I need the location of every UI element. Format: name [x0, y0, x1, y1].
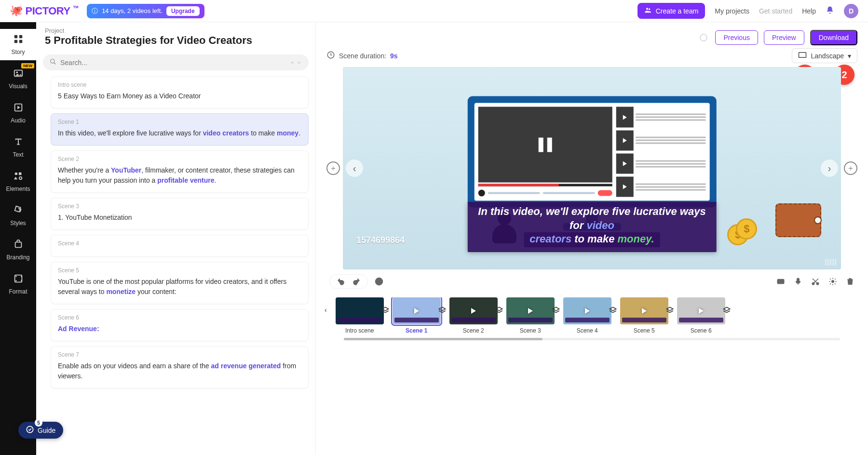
download-button[interactable]: Download: [810, 30, 857, 45]
my-projects-link[interactable]: My projects: [715, 7, 749, 15]
scene-label: Scene 5: [58, 267, 301, 274]
timeline-item: Scene 6: [677, 297, 725, 334]
rail-visuals[interactable]: NEW Visuals: [0, 63, 36, 94]
layers-icon[interactable]: [495, 306, 503, 315]
canvas-background: $ $ 1574699864 In this video, we'll expl…: [343, 67, 841, 269]
rail-elements-label: Elements: [6, 186, 30, 192]
aspect-dropdown[interactable]: Landscape ▾: [792, 48, 857, 63]
scene-text[interactable]: In this video, we'll explore five lucrat…: [58, 128, 301, 138]
scene-card[interactable]: Scene 4: [51, 235, 309, 257]
timeline-prev-button[interactable]: ‹: [325, 297, 327, 314]
guide-button[interactable]: 5 Guide: [18, 422, 63, 439]
video-canvas[interactable]: $ $ 1574699864 In this video, we'll expl…: [343, 67, 841, 269]
scene-text[interactable]: Enable ads on your videos and earn a sha…: [58, 361, 301, 381]
search-input[interactable]: [60, 59, 285, 67]
logo-icon: 🐙: [10, 4, 23, 17]
text-icon: [13, 136, 24, 148]
aspect-icon: [798, 52, 807, 60]
scene-card[interactable]: Scene 31. YouTube Monetization: [51, 198, 309, 230]
timeline-thumb[interactable]: [563, 297, 611, 324]
brand-name: PICTORY: [26, 5, 70, 17]
undo-button[interactable]: [337, 277, 345, 286]
voiceover-button[interactable]: [794, 277, 802, 286]
upgrade-button[interactable]: Upgrade: [166, 6, 200, 16]
svg-rect-18: [777, 280, 784, 284]
scene-duration[interactable]: Scene duration: 9s: [326, 51, 398, 61]
rail-story[interactable]: Story: [0, 29, 36, 60]
create-team-button[interactable]: Create a team: [637, 3, 705, 19]
canvas-prev-button[interactable]: ‹: [346, 160, 363, 177]
timeline-thumb[interactable]: [506, 297, 555, 324]
notifications-icon[interactable]: [826, 6, 834, 16]
rail-audio[interactable]: Audio: [0, 97, 36, 129]
scene-label: Scene 3: [58, 203, 301, 210]
scene-card[interactable]: Intro scene5 Easy Ways to Earn Money as …: [51, 76, 309, 108]
undo-redo-group: [329, 274, 368, 289]
layers-icon[interactable]: [722, 306, 731, 315]
rail-format[interactable]: Format: [0, 268, 36, 300]
info-icon: ⓘ: [92, 7, 98, 15]
rail-text[interactable]: Text: [0, 132, 36, 163]
timeline-thumb[interactable]: [393, 297, 441, 324]
previous-button[interactable]: Previous: [715, 30, 758, 45]
project-title[interactable]: 5 Profitable Strategies for Video Creato…: [45, 34, 307, 47]
delete-button[interactable]: [846, 277, 854, 286]
play-button[interactable]: [375, 277, 383, 286]
timeline-item: Scene 5: [620, 297, 668, 334]
rail-styles[interactable]: Styles: [0, 200, 36, 231]
search-bar[interactable]: [43, 54, 309, 70]
preview-button[interactable]: Preview: [764, 30, 804, 45]
timeline-label: Scene 5: [634, 327, 655, 334]
trim-button[interactable]: [811, 277, 820, 286]
rail-audio-label: Audio: [11, 117, 26, 124]
settings-button[interactable]: [828, 277, 837, 286]
scene-card[interactable]: Scene 2Whether you're a YouTuber, filmma…: [51, 150, 309, 193]
layers-icon[interactable]: [609, 306, 617, 315]
layers-icon[interactable]: [552, 306, 560, 315]
watermark-bars: [825, 259, 836, 266]
scene-card[interactable]: Scene 6Ad Revenue:: [51, 309, 309, 341]
rail-elements[interactable]: Elements: [0, 166, 36, 197]
scene-card[interactable]: Scene 7Enable ads on your videos and ear…: [51, 346, 309, 388]
preview-panel: Previous Preview Download 1 2 Scene dura…: [316, 22, 868, 455]
scene-text[interactable]: 1. YouTube Monetization: [58, 213, 301, 223]
svg-point-14: [51, 59, 54, 63]
rail-styles-label: Styles: [10, 220, 26, 227]
rail-branding[interactable]: Branding: [0, 234, 36, 266]
layers-icon[interactable]: [381, 306, 390, 315]
timeline-thumb[interactable]: [336, 297, 384, 324]
canvas-meta: Scene duration: 9s Landscape ▾: [316, 48, 868, 67]
add-scene-after-button[interactable]: ＋: [844, 161, 857, 175]
help-link[interactable]: Help: [802, 7, 816, 15]
brand-logo[interactable]: 🐙 PICTORY TM: [10, 5, 78, 17]
timeline-label: Scene 6: [691, 327, 712, 334]
add-scene-before-button[interactable]: ＋: [326, 161, 340, 175]
scene-text[interactable]: Ad Revenue:: [58, 324, 301, 334]
scene-label: Scene 6: [58, 314, 301, 321]
caption-overlay[interactable]: In this video, we'll explore five lucrat…: [467, 202, 717, 252]
project-label: Project: [45, 27, 307, 34]
svg-rect-10: [18, 173, 21, 175]
layers-icon[interactable]: [665, 306, 674, 315]
clock-icon: [326, 51, 335, 61]
timeline-thumb[interactable]: [620, 297, 668, 324]
rail-story-label: Story: [11, 49, 25, 55]
scenes-list[interactable]: Intro scene5 Easy Ways to Earn Money as …: [36, 76, 315, 445]
timeline-label: Intro scene: [345, 327, 374, 334]
scene-label: Scene 7: [58, 351, 301, 358]
scene-card[interactable]: Scene 5YouTube is one of the most popula…: [51, 262, 309, 304]
user-avatar[interactable]: D: [844, 4, 858, 18]
scene-text[interactable]: 5 Easy Ways to Earn Money as a Video Cre…: [58, 91, 301, 101]
get-started-link[interactable]: Get started: [759, 7, 792, 15]
timeline-scrollbar[interactable]: [344, 338, 840, 340]
layers-icon[interactable]: [438, 306, 447, 315]
captions-button[interactable]: [776, 277, 785, 286]
scene-text[interactable]: YouTube is one of the most popular platf…: [58, 277, 301, 297]
canvas-next-button[interactable]: ›: [821, 160, 838, 177]
timeline-thumb[interactable]: [677, 297, 725, 324]
scene-card[interactable]: Scene 1In this video, we'll explore five…: [51, 113, 309, 146]
redo-button[interactable]: [352, 277, 361, 286]
search-nav-icons[interactable]: [289, 60, 302, 66]
scene-text[interactable]: Whether you're a YouTuber, filmmaker, or…: [58, 165, 301, 186]
timeline-thumb[interactable]: [449, 297, 498, 324]
